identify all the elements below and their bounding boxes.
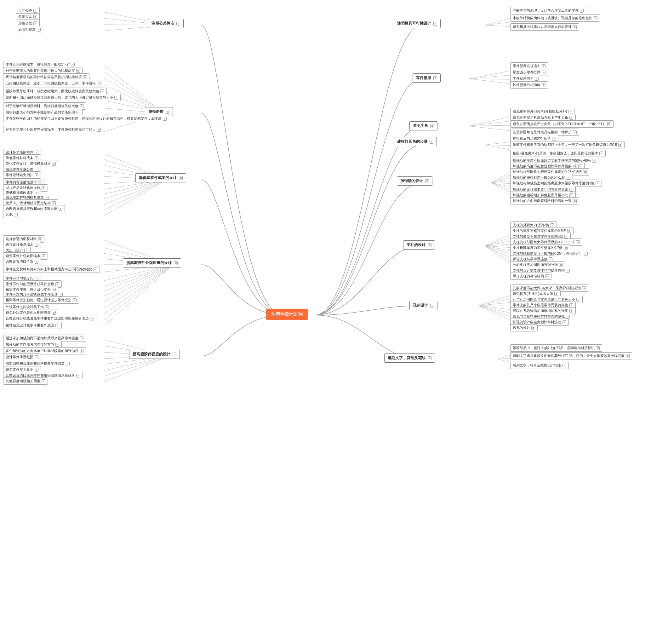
child-engrave-1: 塑胶部品中，超过20g以上的部品，必须追加材质标识≡ xyxy=(510,344,602,351)
expand-icon[interactable]: ≡ xyxy=(176,22,180,26)
node-ribs[interactable]: 加强肋的设计 ≡ xyxy=(397,177,432,186)
child-app-15: 顶针避免设计在零件重要外观面≡ xyxy=(3,322,62,329)
center-label: 注塑件设计DFM xyxy=(266,309,308,320)
svg-line-78 xyxy=(104,265,173,296)
child-mold-1: 理解注塑的原理，设计符合注塑工艺的零件≡ xyxy=(510,7,586,14)
expand-icon-12[interactable]: ≡ xyxy=(428,356,432,360)
node-engrave[interactable]: 雕刻文字，符号及花纹 ≡ xyxy=(384,354,435,363)
expand-icon-5[interactable]: ≡ xyxy=(173,352,176,356)
child-draft-9: 零件某些平面因为功能需要可以不设置脱模斜度，但模具对应设计侧抽芯结构，模具结构复… xyxy=(3,115,169,122)
child-sharp-3: 避免在塑面接处产生尖角（内圆角0.5T<R<0.8T，一般0.5T）≡ xyxy=(510,120,614,128)
node-pillars-label: 支柱的设计 xyxy=(407,243,426,247)
node-tolerances-label: 注塑公差标准 xyxy=(152,21,174,26)
svg-line-65 xyxy=(104,180,167,199)
child-engrave-3: 雕刻文字，符号及纹纹设计指南≡ xyxy=(510,362,569,369)
node-ribs-label: 加强肋的设计 xyxy=(400,179,423,183)
node-holes-label: 孔的设计 xyxy=(413,303,428,307)
expand-icon-8[interactable]: ≡ xyxy=(430,124,434,128)
node-round-corners-label: 建模打圆角的步骤 xyxy=(397,139,427,144)
expand-icon-3[interactable]: ≡ xyxy=(179,176,183,180)
node-strength-label: 提高塑胶件强度的设计 xyxy=(133,352,170,356)
expand-icon-4[interactable]: ≡ xyxy=(174,261,178,265)
child-cost-12: 其他≡ xyxy=(3,211,20,218)
node-thickness[interactable]: 零件壁厚 ≡ xyxy=(412,73,441,83)
node-engrave-label: 雕刻文字，符号及花纹 xyxy=(388,356,426,360)
node-holes[interactable]: 孔的设计 ≡ xyxy=(409,301,437,310)
expand-icon-round[interactable]: ≡ xyxy=(430,140,433,144)
svg-line-67 xyxy=(104,180,167,210)
node-mold-feasibility-label: 注塑模具可行性设计 xyxy=(397,21,431,26)
expand-icon-10[interactable]: ≡ xyxy=(428,243,432,247)
node-strength[interactable]: 提高塑胶件强度的设计 ≡ xyxy=(129,350,180,359)
child-str-8: 其他强度增强相关因素≡ xyxy=(3,377,48,385)
child-app-5: 合理设置浇口位置≡ xyxy=(3,258,41,265)
child-round-3: 按照-避免尖角-的原则，修改圆角值，达到最优化的要求≡ xyxy=(510,150,606,157)
child-draft-10: 在零件功能和外观擦光许情况下，零件脱模斜度应尽可能大≡ xyxy=(3,126,103,133)
node-mold-feasibility[interactable]: 注塑模具可行性设计 ≡ xyxy=(394,19,441,28)
mind-map-container: 注塑件设计DFM 注塑公差标准 ≡ 脱模斜度 ≡ 降低塑胶件成本的设计 ≡ 提高… xyxy=(0,0,651,644)
node-sharp-corners-label: 避免尖角 xyxy=(413,123,428,128)
node-draft-label: 脱模斜度 xyxy=(148,109,163,114)
child-thick-4: 软件壁厚分析功能≡ xyxy=(510,81,548,89)
child-pillar-10: 螺打支柱的标准结构≡ xyxy=(510,273,552,280)
node-reduce-cost-label: 降低塑胶件成本的设计 xyxy=(139,176,177,180)
node-appearance[interactable]: 提高塑胶件外观质量的设计 ≡ xyxy=(123,258,181,268)
child-hole-8: 风孔的设计≡ xyxy=(510,324,538,332)
svg-line-76 xyxy=(104,265,173,286)
child-round-2: 塑胶零件模型所有的边都打上圆角，一般第一次打圆角建议值为R0.5≡ xyxy=(510,141,624,148)
child-engrave-2: 雕刻文字通常要求纹面雕刻花纹H/T106，目的：避免在塑胶地型出现冗痕≡ xyxy=(510,352,632,360)
child-draft-4: 凸模侧脱模斜度一般小于凹模侧脱模斜度，以利于零件脱模≡ xyxy=(3,80,103,87)
center-node[interactable]: 注塑件设计DFM xyxy=(266,309,308,320)
child-mold-3: 避免模具出现薄块以及强度太低的设计≡ xyxy=(510,23,579,31)
node-pillars[interactable]: 支柱的设计 ≡ xyxy=(403,240,435,249)
child-tol-4: 表面粗糙度≡ xyxy=(16,26,43,33)
svg-line-82 xyxy=(104,265,173,320)
svg-line-91 xyxy=(104,356,170,382)
child-app-14: 合理选择分模线避免零件重要外观面出现断差或者毛边≡ xyxy=(3,315,96,322)
svg-line-90 xyxy=(104,356,170,376)
svg-line-77 xyxy=(104,265,173,291)
expand-icon-11[interactable]: ≡ xyxy=(430,304,434,307)
expand-icon-7[interactable]: ≡ xyxy=(433,76,437,80)
node-sharp-corners[interactable]: 避免尖角 ≡ xyxy=(409,121,437,130)
child-mold-2: 木纹等结构应为斜销（或滑块）预留足够的退出空间≡ xyxy=(510,14,600,22)
svg-line-81 xyxy=(104,265,173,314)
child-app-6: 零件在塑胶料料流向方向上和横截面方向上不同的收缩比≡ xyxy=(3,266,100,273)
expand-icon-6[interactable]: ≡ xyxy=(433,22,437,26)
svg-line-79 xyxy=(104,265,173,302)
expand-icon-9[interactable]: ≡ xyxy=(425,179,429,183)
svg-line-47 xyxy=(104,65,164,114)
child-rib-8: 加强肋的方向与塑胶料料料的流向一致≡ xyxy=(510,197,579,205)
child-draft-6: 纹面积和凹凸面脱模斜度应取较大值，纹花的大小决定脱模斜度的大小≡ xyxy=(3,94,121,101)
svg-line-83 xyxy=(104,265,173,327)
node-reduce-cost[interactable]: 降低塑胶件成本的设计 ≡ xyxy=(135,173,186,182)
child-app-11: 预测零件变形趋势，通过设计减少零件变形≡ xyxy=(3,297,79,304)
svg-line-80 xyxy=(104,265,173,308)
svg-line-66 xyxy=(104,180,167,205)
svg-line-68 xyxy=(104,180,167,216)
node-round-corners[interactable]: 建模打圆角的步骤 ≡ xyxy=(394,137,437,146)
node-tolerances[interactable]: 注塑公差标准 ≡ xyxy=(148,19,184,28)
node-appearance-label: 提高塑胶件外观质量的设计 xyxy=(126,260,172,265)
node-thickness-label: 零件壁厚 xyxy=(416,75,431,80)
child-cost-5: 零件设计避免倒扣≡ xyxy=(3,172,41,179)
expand-icon-2[interactable]: ≡ xyxy=(166,110,169,114)
